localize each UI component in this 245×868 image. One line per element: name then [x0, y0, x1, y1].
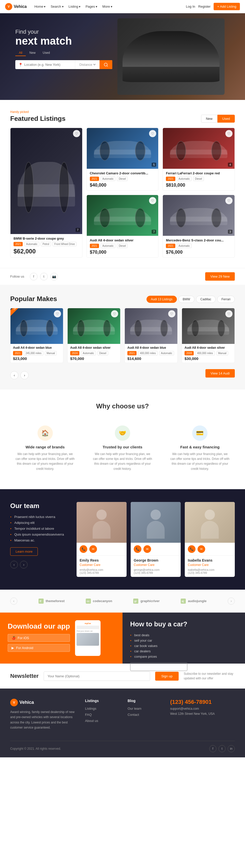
login-button[interactable]: Log In: [186, 5, 195, 8]
nav-listing[interactable]: Listing ▾: [69, 5, 81, 8]
read-more-button[interactable]: Read more: [130, 662, 187, 671]
email-button[interactable]: ✉: [197, 545, 205, 553]
car-name: BMW B-serie 2-door coupe grey: [13, 237, 79, 240]
car-image: ♡: [182, 308, 235, 344]
tab-audi[interactable]: Audi 13 Listings: [146, 296, 177, 303]
tag-transmission: Automatic: [101, 244, 115, 248]
logo[interactable]: V Vehica: [5, 3, 27, 10]
twitter-icon[interactable]: t: [218, 745, 226, 752]
how-to-buy-title: How to buy a car?: [130, 620, 187, 628]
phone-button[interactable]: 📞: [188, 545, 195, 553]
image-count: 4: [228, 163, 233, 167]
facebook-icon[interactable]: f: [209, 745, 216, 752]
tab-used[interactable]: Used: [39, 50, 53, 56]
partners-prev-button[interactable]: ‹: [10, 597, 17, 604]
next-button[interactable]: ›: [20, 561, 28, 568]
makes-card-audi-a8-s[interactable]: ♡ Audi A8 4-door sedan silver 2024 Autom…: [67, 308, 120, 363]
featured-title: Featured Listings: [10, 115, 65, 123]
prev-button[interactable]: ‹: [10, 561, 18, 568]
partner-codecanyon[interactable]: cc codecanyon: [86, 598, 112, 603]
partner-audiojungle[interactable]: aj audiojungle: [181, 598, 207, 603]
list-item: sell your car: [130, 639, 187, 642]
tab-bmw[interactable]: BMW: [179, 296, 194, 303]
learn-more-button[interactable]: Learn more: [10, 547, 38, 556]
featured-grid: ♡ 7 BMW B-serie 2-door coupe grey 2021 A…: [10, 128, 235, 258]
favorite-button[interactable]: ♡: [225, 130, 233, 137]
nav-search[interactable]: Search ▾: [51, 5, 63, 8]
app-title: Download our app: [8, 622, 70, 630]
phone-button[interactable]: 📞: [80, 545, 87, 553]
twitter-icon[interactable]: t: [40, 273, 48, 280]
car-card-ferrari[interactable]: ♡ 4 Ferrari LaFerrari 2-door coupe red 2…: [163, 128, 235, 191]
mockup-search: [77, 626, 99, 629]
favorite-button[interactable]: ♡: [225, 197, 233, 204]
location-input[interactable]: [24, 60, 72, 69]
favorite-button[interactable]: ♡: [54, 310, 61, 317]
our-team-link[interactable]: Our team: [128, 707, 141, 710]
footer-logo: V Vehica: [10, 699, 75, 706]
tab-new[interactable]: New: [26, 50, 39, 56]
contact-link[interactable]: Contact: [128, 713, 139, 717]
makes-card-audi-a8-s2[interactable]: ♡ Audi A8 4-door sedan silver 2008 400,0…: [182, 308, 235, 363]
member-role: Customer Care: [134, 563, 178, 567]
why-card-text: We can help with your financing plan, we…: [93, 452, 152, 471]
nav-pages[interactable]: Pages ▾: [85, 5, 97, 8]
faq-link[interactable]: FAQ: [85, 713, 91, 717]
car-card-chevrolet[interactable]: ♡ 5 Chevrolet Camaro 2-door convertib...…: [86, 128, 159, 191]
favorite-button[interactable]: ♡: [168, 310, 175, 317]
android-button[interactable]: ▶ For Android: [8, 644, 70, 652]
car-info: Mercedes-Benz S-class 2-door cou... 2021…: [163, 236, 235, 257]
favorite-button[interactable]: ♡: [225, 310, 233, 317]
listings-link[interactable]: Listings: [85, 707, 96, 710]
nav-home[interactable]: Home ▾: [34, 5, 46, 8]
about-us-link[interactable]: About us: [85, 719, 98, 723]
partners-next-button[interactable]: ›: [228, 597, 235, 604]
makes-card-audi-a4[interactable]: New ♡ Audi A4 4-door sedan blue 2021 245…: [10, 308, 63, 363]
why-title: Why choose us?: [10, 402, 235, 410]
prev-button[interactable]: ‹: [10, 371, 18, 379]
instagram-icon[interactable]: in: [228, 745, 235, 752]
financing-icon: 💳: [192, 426, 208, 441]
view-all-makes-button[interactable]: View 14 Audi: [206, 369, 235, 377]
hero-content: Find your next match All New Used 📍 Dist…: [15, 29, 112, 69]
team-navigation: ‹ ›: [10, 561, 66, 568]
ios-button[interactable]: 🍎 For iOS: [8, 634, 70, 642]
tab-all[interactable]: All: [15, 50, 26, 56]
favorite-button[interactable]: ♡: [73, 130, 80, 137]
why-grid: 🏠 Wide range of brands We can help with …: [10, 421, 235, 476]
car-price: $62,000: [13, 248, 79, 255]
distance-select[interactable]: Distance 10 km 50 km 100 km: [78, 62, 97, 67]
newsletter-input[interactable]: [44, 672, 150, 681]
car-card-mercedes[interactable]: ♡ 3 Mercedes-Benz S-class 2-door cou... …: [163, 195, 235, 258]
instagram-icon[interactable]: 📷: [50, 273, 58, 280]
partner-themeforest[interactable]: tf themeforest: [38, 598, 64, 603]
car-card-bmw[interactable]: ♡ 7 BMW B-serie 2-door coupe grey 2021 A…: [10, 128, 82, 258]
add-listing-button[interactable]: + Add Listing: [214, 3, 240, 10]
partner-graphicriver[interactable]: gr graphicriver: [133, 598, 160, 603]
view-all-button[interactable]: View 29 New: [205, 272, 235, 281]
email-button[interactable]: ✉: [143, 545, 151, 553]
list-item: compare prices: [130, 655, 187, 658]
nav-more[interactable]: More ▾: [102, 5, 112, 8]
tab-used[interactable]: Used: [217, 115, 235, 123]
car-card-audi[interactable]: ♡ 7 Audi A8 4-door sedan silver 2021 Aut…: [86, 195, 159, 258]
car-tags: 2021 Automatic Diesel: [166, 177, 232, 181]
search-button[interactable]: [100, 60, 112, 69]
favorite-button[interactable]: ♡: [111, 310, 118, 317]
facebook-icon[interactable]: f: [30, 273, 37, 280]
register-button[interactable]: Register: [198, 5, 211, 8]
car-name: Audi A8 4-door sedan silver: [70, 346, 118, 349]
phone-button[interactable]: 📞: [134, 545, 141, 553]
tab-cadillac[interactable]: Cadillac: [196, 296, 216, 303]
featured-label: Handy picked: [10, 110, 65, 114]
member-name: George Brown: [134, 558, 178, 562]
member-email: isabella@vehica.com: [188, 568, 232, 571]
next-button[interactable]: ›: [20, 371, 29, 379]
car-info: Ferrari LaFerrari 2-door coupe red 2021 …: [163, 169, 235, 190]
how-to-buy-content: How to buy a car? best deals sell your c…: [130, 620, 187, 671]
tab-new[interactable]: New: [201, 115, 217, 123]
makes-card-audi-a8-b[interactable]: ♡ Audi A8 4-door sedan blue 2021 400,000…: [125, 308, 178, 363]
tab-ferrari[interactable]: Ferrari: [217, 296, 235, 303]
signup-button[interactable]: Sign up: [155, 672, 179, 681]
email-button[interactable]: ✉: [89, 545, 97, 553]
